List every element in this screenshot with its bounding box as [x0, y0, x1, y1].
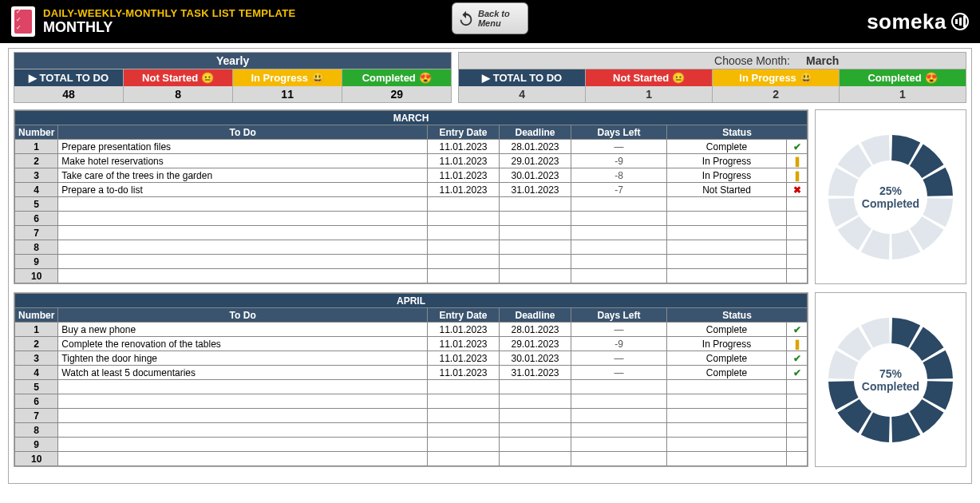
row-deadline[interactable] [500, 380, 571, 394]
row-todo[interactable] [58, 212, 428, 226]
row-entry[interactable] [428, 409, 500, 423]
table-row[interactable]: 3 Take care of the trees in the garden 1… [15, 168, 808, 183]
row-entry[interactable] [428, 394, 500, 409]
row-deadline[interactable]: 29.01.2023 [500, 154, 571, 168]
table-row[interactable]: 1 Prepare presentation files 11.01.2023 … [15, 140, 808, 154]
row-entry[interactable] [428, 380, 500, 394]
row-status[interactable] [667, 438, 787, 452]
row-deadline[interactable] [500, 452, 571, 466]
row-status[interactable] [667, 423, 787, 438]
table-row[interactable]: 6 [15, 212, 808, 226]
row-deadline[interactable]: 31.01.2023 [500, 183, 571, 197]
row-todo[interactable]: Watch at least 5 documentaries [58, 366, 428, 380]
row-entry[interactable]: 11.01.2023 [428, 140, 500, 154]
row-deadline[interactable]: 29.01.2023 [500, 337, 571, 351]
row-todo[interactable]: Prepare a to-do list [58, 183, 428, 197]
row-status[interactable] [667, 255, 787, 269]
row-deadline[interactable]: 31.01.2023 [500, 366, 571, 380]
row-todo[interactable]: Make hotel reservations [58, 154, 428, 168]
row-entry[interactable] [428, 240, 500, 255]
row-status[interactable]: Not Started [667, 183, 787, 197]
row-deadline[interactable] [500, 226, 571, 240]
table-row[interactable]: 7 [15, 226, 808, 240]
row-entry[interactable] [428, 212, 500, 226]
row-deadline[interactable] [500, 409, 571, 423]
row-status[interactable]: Complete [667, 323, 787, 337]
table-row[interactable]: 4 Watch at least 5 documentaries 11.01.2… [15, 366, 808, 380]
row-entry[interactable] [428, 423, 500, 438]
row-todo[interactable]: Complete the renovation of the tables [58, 337, 428, 351]
row-status[interactable] [667, 240, 787, 255]
row-status[interactable]: In Progress [667, 168, 787, 183]
row-deadline[interactable] [500, 438, 571, 452]
row-status[interactable] [667, 409, 787, 423]
table-row[interactable]: 10 [15, 452, 808, 466]
row-status[interactable]: Complete [667, 140, 787, 154]
row-deadline[interactable] [500, 269, 571, 283]
row-todo[interactable] [58, 394, 428, 409]
row-todo[interactable] [58, 409, 428, 423]
row-deadline[interactable]: 28.01.2023 [500, 323, 571, 337]
row-deadline[interactable]: 30.01.2023 [500, 351, 571, 366]
row-deadline[interactable] [500, 240, 571, 255]
row-deadline[interactable]: 30.01.2023 [500, 168, 571, 183]
row-status[interactable]: Complete [667, 351, 787, 366]
table-row[interactable]: 4 Prepare a to-do list 11.01.2023 31.01.… [15, 183, 808, 197]
row-todo[interactable] [58, 438, 428, 452]
row-todo[interactable] [58, 197, 428, 212]
table-row[interactable]: 9 [15, 438, 808, 452]
row-status[interactable] [667, 212, 787, 226]
row-deadline[interactable]: 28.01.2023 [500, 140, 571, 154]
row-todo[interactable] [58, 255, 428, 269]
row-entry[interactable]: 11.01.2023 [428, 337, 500, 351]
row-entry[interactable] [428, 255, 500, 269]
row-deadline[interactable] [500, 423, 571, 438]
row-todo[interactable] [58, 226, 428, 240]
row-status[interactable] [667, 452, 787, 466]
row-deadline[interactable] [500, 255, 571, 269]
table-row[interactable]: 8 [15, 240, 808, 255]
row-status[interactable]: In Progress [667, 337, 787, 351]
row-entry[interactable]: 11.01.2023 [428, 351, 500, 366]
row-deadline[interactable] [500, 197, 571, 212]
table-row[interactable]: 1 Buy a new phone 11.01.2023 28.01.2023 … [15, 323, 808, 337]
row-entry[interactable]: 11.01.2023 [428, 323, 500, 337]
row-todo[interactable] [58, 269, 428, 283]
row-entry[interactable] [428, 438, 500, 452]
table-row[interactable]: 5 [15, 380, 808, 394]
row-entry[interactable]: 11.01.2023 [428, 366, 500, 380]
row-todo[interactable] [58, 380, 428, 394]
table-row[interactable]: 6 [15, 394, 808, 409]
row-status[interactable] [667, 394, 787, 409]
table-row[interactable]: 7 [15, 409, 808, 423]
choose-month-value[interactable]: March [806, 54, 966, 67]
row-status[interactable] [667, 380, 787, 394]
row-entry[interactable] [428, 269, 500, 283]
row-status[interactable]: Complete [667, 366, 787, 380]
row-todo[interactable] [58, 452, 428, 466]
row-todo[interactable]: Prepare presentation files [58, 140, 428, 154]
row-todo[interactable] [58, 240, 428, 255]
table-row[interactable]: 10 [15, 269, 808, 283]
row-entry[interactable] [428, 226, 500, 240]
back-to-menu-button[interactable]: Back to Menu [452, 2, 528, 34]
row-todo[interactable]: Take care of the trees in the garden [58, 168, 428, 183]
row-todo[interactable]: Buy a new phone [58, 323, 428, 337]
row-entry[interactable] [428, 197, 500, 212]
row-status[interactable] [667, 226, 787, 240]
table-row[interactable]: 5 [15, 197, 808, 212]
row-entry[interactable]: 11.01.2023 [428, 168, 500, 183]
row-status[interactable] [667, 197, 787, 212]
row-status[interactable] [667, 269, 787, 283]
table-row[interactable]: 2 Make hotel reservations 11.01.2023 29.… [15, 154, 808, 168]
row-status[interactable]: In Progress [667, 154, 787, 168]
row-entry[interactable] [428, 452, 500, 466]
table-row[interactable]: 3 Tighten the door hinge 11.01.2023 30.0… [15, 351, 808, 366]
table-row[interactable]: 8 [15, 423, 808, 438]
row-deadline[interactable] [500, 212, 571, 226]
row-todo[interactable]: Tighten the door hinge [58, 351, 428, 366]
table-row[interactable]: 2 Complete the renovation of the tables … [15, 337, 808, 351]
row-deadline[interactable] [500, 394, 571, 409]
table-row[interactable]: 9 [15, 255, 808, 269]
row-todo[interactable] [58, 423, 428, 438]
